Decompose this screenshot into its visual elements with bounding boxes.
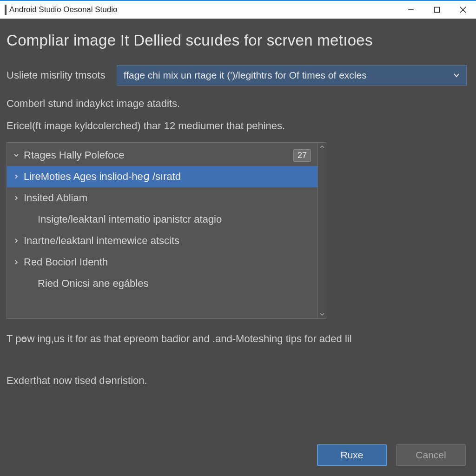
- tree-item[interactable]: Ried Onicsi ane egábles: [7, 273, 317, 294]
- chevron-right-icon[interactable]: [13, 260, 19, 264]
- chevron-right-icon[interactable]: [13, 174, 19, 179]
- chevron-right-icon[interactable]: [13, 196, 19, 200]
- count-badge: 27: [293, 149, 311, 162]
- window-titlebar: Android Studio Oesonal Studio: [0, 0, 476, 19]
- minimize-icon: [408, 7, 414, 13]
- minimize-button[interactable]: [398, 0, 424, 19]
- chevron-down-icon[interactable]: [13, 153, 19, 158]
- dialog-content: Compliar image It Dellied scuıdes for sc…: [0, 19, 476, 476]
- dialog-heading-text: Compliar image It Dellied scuıdes for sc…: [7, 32, 373, 49]
- primary-button[interactable]: Ruxe: [317, 444, 387, 466]
- dialog-heading: Compliar image It Dellied scuıdes for sc…: [7, 32, 467, 49]
- chevron-down-icon: [453, 73, 460, 78]
- cancel-button[interactable]: Cancel: [396, 444, 466, 466]
- tree-item[interactable]: Red Bociorl Identh: [7, 251, 317, 273]
- tree-item[interactable]: Insigte/leaktanl intematio ipanistcr ata…: [7, 209, 317, 230]
- app-icon: [5, 5, 7, 15]
- window-title: Android Studio Oesonal Studio: [9, 5, 118, 14]
- dropdown-row: Usliete misrlity tmsots ffage chi mix un…: [7, 65, 467, 86]
- options-dropdown[interactable]: ffage chi mix un rtage it (')/legithtrs …: [117, 65, 467, 86]
- chevron-right-icon[interactable]: [13, 238, 19, 243]
- options-tree: Rtages Hally Polefoce27LireMoties Ages i…: [7, 142, 326, 319]
- scroll-up-icon[interactable]: [318, 143, 326, 151]
- tree-item-label: LireMoties Ages insliod-heɡ /sıratd: [24, 171, 181, 183]
- maximize-icon: [434, 7, 440, 13]
- close-button[interactable]: [450, 0, 476, 19]
- tree-item[interactable]: Inartne/leaktanl intemewice atscits: [7, 230, 317, 251]
- tree-item-label: Insited Abliam: [24, 192, 87, 204]
- description-1: Comberl stund indaykєt image atadits.: [7, 98, 467, 110]
- close-icon: [459, 6, 467, 13]
- dialog-buttons: Ruxe Cancel: [317, 444, 466, 466]
- svg-rect-1: [435, 7, 440, 13]
- tree-item[interactable]: Rtages Hally Polefoce27: [7, 145, 317, 166]
- tree-item-label: Insigte/leaktanl intematio ipanistcr ata…: [38, 213, 222, 225]
- hint-text-1: T pɵw ingˌus it for as that epreom badio…: [7, 333, 467, 345]
- scroll-down-icon[interactable]: [318, 310, 326, 318]
- tree-item-label: Rtages Hally Polefoce: [24, 149, 124, 161]
- dropdown-value: ffage chi mix un rtage it (')/legithtrs …: [124, 70, 449, 81]
- tree-item[interactable]: Insited Abliam: [7, 187, 317, 209]
- tree-scrollbar[interactable]: [317, 143, 326, 318]
- maximize-button[interactable]: [424, 0, 450, 19]
- dropdown-label: Usliete misrlity tmsots: [7, 69, 106, 81]
- tree-item[interactable]: LireMoties Ages insliod-heɡ /sıratd: [7, 166, 317, 187]
- hint-text-2: Exderthat now tised dənristion.: [7, 375, 467, 387]
- description-2: Ericel(ft image kyldcolerched) thar 12 m…: [7, 120, 467, 132]
- tree-viewport: Rtages Hally Polefoce27LireMoties Ages i…: [7, 143, 317, 318]
- tree-item-label: Inartne/leaktanl intemewice atscits: [24, 235, 179, 247]
- tree-item-label: Ried Onicsi ane egábles: [38, 278, 148, 290]
- tree-item-label: Red Bociorl Identh: [24, 256, 108, 268]
